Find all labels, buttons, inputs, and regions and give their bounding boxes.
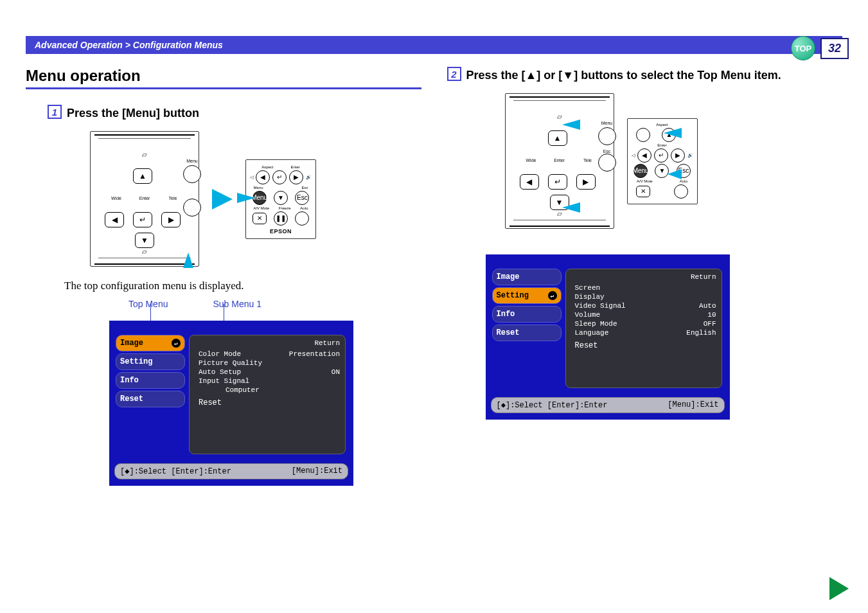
osd-row: Display (571, 292, 716, 301)
osd-screenshot-1: Image↵SettingInfoReset Return Color Mode… (109, 321, 353, 486)
menu-button-icon (183, 165, 201, 183)
arrow-left-icon (664, 128, 682, 138)
arrow-up-icon (183, 253, 193, 268)
up-button-icon: ▲ (548, 130, 567, 146)
esc-button-icon (183, 199, 201, 217)
enter-button-icon: ↵ (133, 212, 152, 227)
osd-side-item: Setting↵ (492, 287, 562, 304)
osd-row: Auto SetupON (195, 368, 340, 377)
wide-button-icon: ◀ (105, 212, 124, 227)
osd-side-item: Info (492, 306, 562, 323)
osd-row: Screen (571, 283, 716, 292)
osd-row: Input Signal (195, 377, 340, 386)
tele-button-icon: ▶ (161, 212, 181, 227)
step-2-text: Press the [▲] or [▼] buttons to select t… (466, 67, 781, 84)
down-button-icon: ▼ (135, 233, 154, 248)
osd-side-item: Info (116, 372, 185, 389)
arrow-left-icon (562, 120, 580, 130)
top-badge[interactable]: TOP (791, 36, 815, 60)
osd-row: Computer (195, 386, 340, 395)
control-panel-diagram-2: ▱ ▲ Wide Enter Tele ◀↵▶ ▼ ▱ Menu (505, 93, 614, 229)
arrow-left-icon (562, 202, 580, 213)
osd-side-item: Setting (116, 353, 185, 370)
osd-side-item: Reset (492, 324, 562, 341)
up-button-icon: ▲ (133, 168, 152, 184)
breadcrumb: Advanced Operation > Configuration Menus (26, 36, 842, 54)
arrow-left-icon (668, 169, 682, 179)
osd-row: Sleep ModeOFF (571, 319, 716, 328)
osd-row: Picture Quality (195, 359, 340, 368)
osd-side-item: Image↵ (116, 335, 185, 351)
arrow-right-icon (237, 193, 255, 203)
osd-row: Color ModePresentation (195, 350, 340, 359)
osd-screenshot-2: ImageSetting↵InfoReset Return ScreenDisp… (486, 254, 730, 420)
step-1-number: 1 (48, 105, 62, 119)
step-2-number: 2 (447, 67, 461, 81)
step-1-text: Press the [Menu] button (67, 105, 199, 122)
remote-diagram-2: Aspect ▲ Enter ◁◀↵▶🔊 Menu ▼ Esc A/V Mute… (627, 118, 698, 204)
next-page-icon[interactable] (829, 577, 849, 600)
caption-text: The top configuration menu is displayed. (64, 280, 421, 292)
control-panel-diagram: ▱ ▲ Wide Enter Tele ◀ ↵ ▶ ▼ (90, 131, 199, 267)
osd-side-item: Image (492, 269, 562, 285)
osd-row: Video SignalAuto (571, 301, 716, 310)
osd-row: LanguageEnglish (571, 328, 716, 337)
arrow-right-icon (212, 189, 233, 209)
osd-side-item: Reset (116, 391, 185, 407)
page-number: 32 (820, 38, 849, 59)
brand-logo: EPSON (250, 228, 312, 235)
section-title: Menu operation (26, 67, 421, 89)
remote-diagram: AspectEnter ◁ ◀ ↵ ▶ 🔊 MenuEsc Menu ▼ (245, 159, 316, 239)
osd-row: Volume10 (571, 310, 716, 319)
